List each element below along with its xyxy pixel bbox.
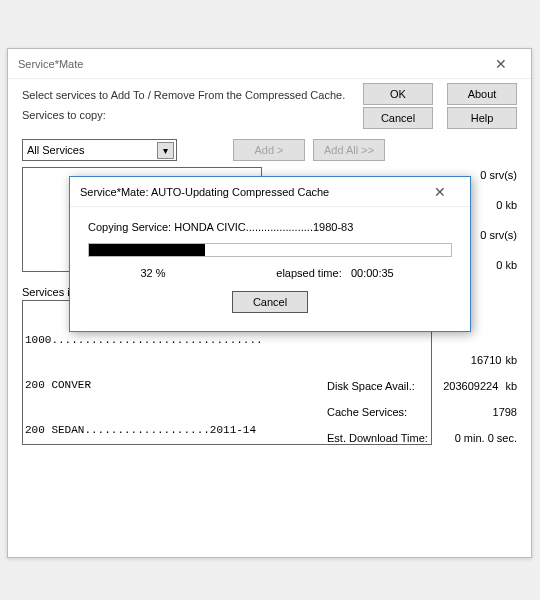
progress-dialog: Service*Mate: AUTO-Updating Compressed C…: [69, 176, 471, 332]
stat-kb-1: 0 kb: [480, 199, 517, 211]
est-download-row: Est. Download Time: 0 min. 0 sec.: [327, 432, 517, 444]
services-row: All Services ▾ Add > Add All >>: [22, 139, 517, 161]
cache-kb-value: 16710: [431, 354, 501, 366]
right-info-column: 16710 kb Disk Space Avail.: 203609224 kb…: [327, 354, 517, 458]
progress-info-row: 32 % elapsed time: 00:00:35: [88, 267, 452, 279]
services-combo[interactable]: All Services ▾: [22, 139, 177, 161]
close-icon[interactable]: ✕: [481, 50, 521, 78]
stat-srv-2: 0 srv(s): [480, 229, 517, 241]
disk-space-label: Disk Space Avail.:: [327, 380, 415, 392]
cache-kb-unit: kb: [505, 354, 517, 366]
disk-space-value: 203609224: [428, 380, 498, 392]
side-stats: 0 srv(s) 0 kb 0 srv(s) 0 kb: [480, 169, 517, 271]
elapsed-value: 00:00:35: [351, 267, 394, 279]
about-button[interactable]: About: [447, 83, 517, 105]
est-download-value: 0 min. 0 sec.: [455, 432, 517, 444]
ok-button[interactable]: OK: [363, 83, 433, 105]
cache-services-row: Cache Services: 1798: [327, 406, 517, 418]
stat-srv-1: 0 srv(s): [480, 169, 517, 181]
elapsed-label: elapsed time:: [276, 267, 341, 279]
add-button[interactable]: Add >: [233, 139, 305, 161]
progress-bar: [88, 243, 452, 257]
combo-value: All Services: [27, 144, 84, 156]
copying-text: Copying Service: HONDA CIVIC............…: [88, 221, 452, 233]
modal-body: Copying Service: HONDA CIVIC............…: [70, 207, 470, 331]
list-item[interactable]: 1000................................: [25, 333, 429, 348]
cancel-button[interactable]: Cancel: [363, 107, 433, 129]
est-download-label: Est. Download Time:: [327, 432, 428, 444]
chevron-down-icon[interactable]: ▾: [157, 142, 174, 159]
progress-fill: [89, 244, 205, 256]
disk-space-unit: kb: [505, 380, 517, 392]
main-titlebar: Service*Mate ✕: [8, 49, 531, 79]
add-all-button[interactable]: Add All >>: [313, 139, 385, 161]
cache-services-value: 1798: [447, 406, 517, 418]
modal-title: Service*Mate: AUTO-Updating Compressed C…: [80, 186, 329, 198]
disk-space-row: Disk Space Avail.: 203609224 kb: [327, 380, 517, 392]
modal-titlebar: Service*Mate: AUTO-Updating Compressed C…: [70, 177, 470, 207]
cache-kb-row: 16710 kb: [327, 354, 517, 366]
cache-services-label: Cache Services:: [327, 406, 407, 418]
top-button-group: OK About Cancel Help: [363, 83, 517, 129]
modal-cancel-button[interactable]: Cancel: [232, 291, 308, 313]
progress-percent: 32 %: [88, 267, 218, 279]
help-button[interactable]: Help: [447, 107, 517, 129]
modal-close-icon[interactable]: ✕: [420, 178, 460, 206]
elapsed-time: elapsed time: 00:00:35: [218, 267, 452, 279]
stat-kb-2: 0 kb: [480, 259, 517, 271]
main-title: Service*Mate: [18, 58, 83, 70]
